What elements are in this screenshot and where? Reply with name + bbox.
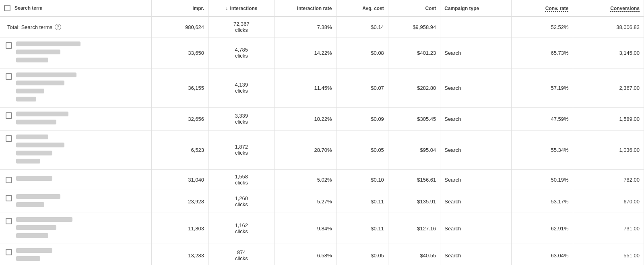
cost-cell: $401.23 [388, 37, 440, 68]
convrate-cell: 47.59% [511, 108, 573, 130]
interactions-cell: 3,339clicks [208, 108, 275, 130]
blurred-line [16, 151, 52, 155]
search-term-cell [0, 130, 151, 170]
impr-cell: 31,040 [151, 170, 208, 190]
row-checkbox[interactable] [6, 112, 12, 119]
search-term-cell [0, 244, 151, 265]
total-avgcost: $0.14 [336, 17, 388, 37]
interactions-cell: 1,162clicks [208, 213, 275, 244]
avgcost-cell: $0.11 [336, 190, 388, 213]
impr-cell: 23,928 [151, 190, 208, 213]
intrate-cell: 14.22% [275, 37, 336, 68]
interactions-cell: 1,872clicks [208, 130, 275, 170]
col-header-conversions[interactable]: Conversions [573, 0, 644, 17]
col-header-interactions[interactable]: ↓ Interactions [208, 0, 275, 17]
blurred-line [16, 50, 60, 54]
conversions-cell: 1,589.00 [573, 108, 644, 130]
row-checkbox[interactable] [6, 177, 12, 183]
intrate-cell: 9.84% [275, 213, 336, 244]
search-term-cell [0, 108, 151, 130]
row-checkbox[interactable] [6, 218, 12, 224]
row-checkbox[interactable] [6, 249, 12, 255]
conversions-cell: 670.00 [573, 190, 644, 213]
total-camptype [440, 17, 511, 37]
camptype-cell: Search [440, 170, 511, 190]
interactions-cell: 4,139clicks [208, 68, 275, 108]
help-icon[interactable]: ? [55, 24, 61, 30]
search-term-cell [0, 170, 151, 190]
table-row: 31,0401,558clicks5.02%$0.10$156.61Search… [0, 170, 644, 190]
interactions-cell: 4,785clicks [208, 37, 275, 68]
total-cost: $9,958.94 [388, 17, 440, 37]
blurred-search-term [16, 41, 80, 64]
blurred-line [16, 256, 40, 261]
col-header-convrate[interactable]: Conv. rate [511, 0, 573, 17]
cost-cell: $305.45 [388, 108, 440, 130]
avgcost-cell: $0.05 [336, 130, 388, 170]
table-row: 11,8031,162clicks9.84%$0.11$127.16Search… [0, 213, 644, 244]
table-row: 23,9281,260clicks5.27%$0.11$135.91Search… [0, 190, 644, 213]
intrate-cell: 10.22% [275, 108, 336, 130]
intrate-cell: 28.70% [275, 130, 336, 170]
impr-cell: 32,656 [151, 108, 208, 130]
intrate-cell: 6.58% [275, 244, 336, 265]
camptype-cell: Search [440, 244, 511, 265]
row-checkbox[interactable] [6, 135, 12, 142]
col-header-search-label: Search term [14, 5, 42, 11]
blurred-search-term [16, 112, 68, 126]
conversions-cell: 731.00 [573, 213, 644, 244]
impr-cell: 36,155 [151, 68, 208, 108]
total-label-cell: Total: Search terms ? [0, 17, 151, 37]
cost-cell: $127.16 [388, 213, 440, 244]
col-header-cost[interactable]: Cost [388, 0, 440, 17]
search-term-cell [0, 190, 151, 213]
intrate-cell: 5.27% [275, 190, 336, 213]
blurred-line [16, 72, 76, 77]
col-header-camptype[interactable]: Campaign type [440, 0, 511, 17]
avgcost-cell: $0.10 [336, 170, 388, 190]
convrate-cell: 62.91% [511, 213, 573, 244]
avgcost-cell: $0.08 [336, 37, 388, 68]
total-conversions: 38,006.83 [573, 17, 644, 37]
blurred-search-term [16, 72, 76, 103]
convrate-cell: 50.19% [511, 170, 573, 190]
blurred-search-term [16, 135, 64, 165]
conversions-cell: 1,036.00 [573, 130, 644, 170]
conversions-cell: 551.00 [573, 244, 644, 265]
interactions-cell: 1,558clicks [208, 170, 275, 190]
interactions-cell: 874clicks [208, 244, 275, 265]
blurred-line [16, 112, 68, 116]
total-convrate: 52.52% [511, 17, 573, 37]
blurred-line [16, 97, 36, 101]
total-intrate: 7.38% [275, 17, 336, 37]
cost-cell: $135.91 [388, 190, 440, 213]
col-header-avgcost[interactable]: Avg. cost [336, 0, 388, 17]
col-header-intrate[interactable]: Interaction rate [275, 0, 336, 17]
row-checkbox[interactable] [6, 195, 12, 201]
select-all-checkbox[interactable] [4, 5, 10, 11]
blurred-line [16, 58, 48, 62]
camptype-cell: Search [440, 37, 511, 68]
blurred-line [16, 225, 56, 230]
blurred-line [16, 81, 64, 85]
blurred-line [16, 233, 48, 238]
row-checkbox[interactable] [6, 73, 12, 80]
search-term-cell [0, 37, 151, 68]
blurred-line [16, 120, 56, 124]
cost-cell: $95.04 [388, 130, 440, 170]
impr-cell: 13,283 [151, 244, 208, 265]
table-row: 33,6504,785clicks14.22%$0.08$401.23Searc… [0, 37, 644, 68]
blurred-line [16, 248, 52, 253]
camptype-cell: Search [440, 130, 511, 170]
row-checkbox[interactable] [6, 42, 12, 49]
search-term-cell [0, 213, 151, 244]
col-header-impr[interactable]: Impr. [151, 0, 208, 17]
blurred-line [16, 89, 44, 93]
impr-cell: 6,523 [151, 130, 208, 170]
blurred-line [16, 176, 52, 181]
camptype-cell: Search [440, 108, 511, 130]
avgcost-cell: $0.05 [336, 244, 388, 265]
cost-cell: $282.80 [388, 68, 440, 108]
convrate-cell: 65.73% [511, 37, 573, 68]
camptype-cell: Search [440, 68, 511, 108]
